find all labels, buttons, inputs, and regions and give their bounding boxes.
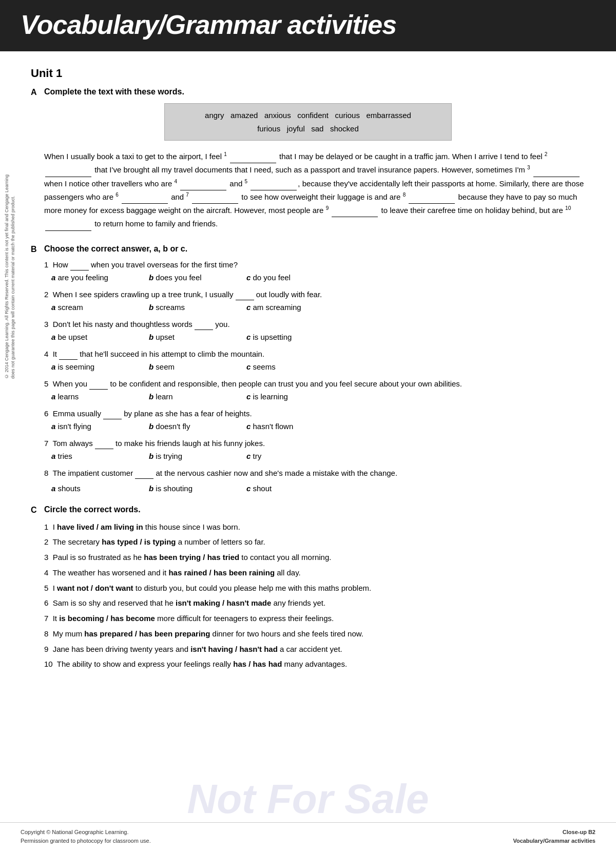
section-b-letter: B [31,245,44,254]
main-content: Unit 1 A Complete the text with these wo… [0,67,616,712]
sidebar-copyright: © 2014 Cengage Learning. All Rights Rese… [4,175,16,379]
page-footer: Copyright © National Geographic Learning… [0,822,616,851]
page-header: Vocabulary/Grammar activities [0,0,616,51]
circle-q7: 7 It is becoming / has become more diffi… [44,612,585,625]
mcq-question-list: 1 How when you travel overseas for the f… [31,259,585,495]
circle-q5: 5 I want not / don't want to disturb you… [44,582,585,595]
mcq-q2: 2 When I see spiders crawling up a tree … [44,289,585,314]
word-box-row1: angry amazed anxious confident curious e… [177,109,439,122]
word-box: angry amazed anxious confident curious e… [164,103,452,141]
circle-question-list: 1 I have lived / am living in this house… [31,521,585,671]
section-b-title: Choose the correct answer, a, b or c. [44,244,187,254]
mcq-q8: 8 The impatient customer at the nervous … [44,468,585,495]
section-a: A Complete the text with these words. an… [31,87,585,231]
footer-right: Close-up B2 Vocabulary/Grammar activitie… [513,828,595,846]
section-c-letter: C [31,506,44,515]
circle-q6: 6 Sam is so shy and reserved that he isn… [44,597,585,610]
mcq-q6: 6 Emma usually by plane as she has a fea… [44,408,585,433]
footer-left: Copyright © National Geographic Learning… [21,828,151,846]
circle-q1: 1 I have lived / am living in this house… [44,521,585,534]
mcq-q1: 1 How when you travel overseas for the f… [44,259,585,284]
section-c-title: Circle the correct words. [44,505,141,514]
circle-q4: 4 The weather has worsened and it has ra… [44,567,585,579]
mcq-q3: 3 Don't let his nasty and thoughtless wo… [44,319,585,343]
section-c: C Circle the correct words. 1 I have liv… [31,505,585,671]
passage: When I usually book a taxi to get to the… [31,150,585,231]
circle-q2: 2 The secretary has typed / is typing a … [44,536,585,549]
section-b: B Choose the correct answer, a, b or c. … [31,244,585,495]
page-title: Vocabulary/Grammar activities [21,9,595,40]
footer-subject: Vocabulary/Grammar activities [513,837,595,846]
word-box-row2: furious joyful sad shocked [177,122,439,136]
watermark: Not For Sale [187,776,429,823]
mcq-q4: 4 It that he'll succeed in his attempt t… [44,349,585,373]
mcq-q5: 5 When you to be confident and responsib… [44,378,585,403]
circle-q10: 10 The ability to show and express your … [44,658,585,671]
circle-q3: 3 Paul is so frustrated as he has been t… [44,551,585,564]
unit-title: Unit 1 [31,67,585,80]
footer-copyright: Copyright © National Geographic Learning… [21,828,151,837]
section-a-title: Complete the text with these words. [44,87,184,96]
footer-book: Close-up B2 [513,828,595,837]
mcq-q7: 7 Tom always to make his friends laugh a… [44,438,585,462]
circle-q8: 8 My mum has prepared / has been prepari… [44,628,585,641]
section-a-letter: A [31,88,44,97]
circle-q9: 9 Jane has been driving twenty years and… [44,643,585,656]
footer-permission: Permission granted to photocopy for clas… [21,837,151,846]
